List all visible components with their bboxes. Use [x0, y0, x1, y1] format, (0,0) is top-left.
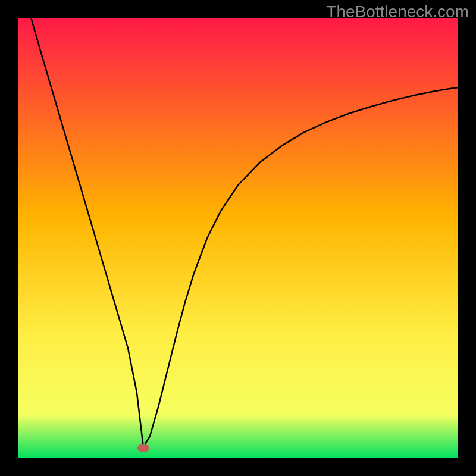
chart-svg	[0, 0, 476, 476]
optimal-marker-top	[137, 444, 149, 452]
plot-hole	[18, 18, 458, 458]
chart-container: TheBottleneck.com	[0, 0, 476, 476]
